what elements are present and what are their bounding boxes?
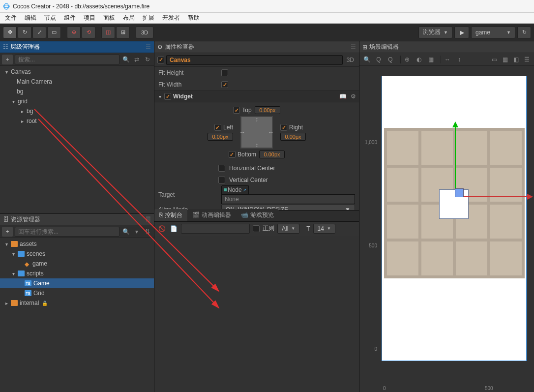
scene-btn-2[interactable]: ◐: [414, 55, 424, 64]
regex-checkbox[interactable]: [253, 225, 260, 232]
asset-internal[interactable]: ▸internal🔒: [0, 298, 154, 308]
left-checkbox[interactable]: [214, 124, 221, 131]
bottom-checkbox[interactable]: [229, 151, 236, 158]
scale-tool-button[interactable]: ⤢: [32, 27, 46, 38]
console-body: [154, 236, 359, 392]
tab-console[interactable]: ⎘控制台: [154, 209, 187, 221]
bottom-value[interactable]: 0.00px: [259, 151, 285, 158]
tree-node-bg[interactable]: bg: [0, 87, 154, 96]
node-name-input[interactable]: [166, 55, 343, 65]
search-icon[interactable]: 🔍: [121, 55, 130, 64]
scene-btn-5[interactable]: ↕: [454, 55, 465, 64]
help-icon[interactable]: 📖: [339, 93, 347, 100]
right-checkbox[interactable]: [280, 124, 287, 131]
console-level-dropdown[interactable]: All▼: [277, 224, 299, 234]
title-bar: Cocos Creator - 2048 - db://assets/scene…: [0, 0, 534, 13]
app-icon: [3, 3, 10, 10]
scene-viewport[interactable]: 1,000 500 0 0 500: [359, 66, 534, 392]
console-clear-button[interactable]: 🚫: [157, 224, 166, 233]
menu-file[interactable]: 文件: [2, 13, 20, 23]
target-value[interactable]: None: [221, 194, 355, 204]
ts-icon: TS: [25, 280, 31, 286]
rect-tool-button[interactable]: ▭: [47, 27, 61, 38]
local-button[interactable]: ⟲: [82, 27, 95, 38]
scene-btn-3[interactable]: ▦: [425, 55, 436, 64]
selected-node-box[interactable]: [439, 189, 469, 219]
scene-dropdown[interactable]: game▼: [471, 27, 515, 38]
assets-menu-icon[interactable]: ☰: [146, 216, 151, 223]
inspector-menu-icon[interactable]: ☰: [351, 44, 356, 51]
move-tool-button[interactable]: ✥: [3, 27, 17, 38]
tab-anim-editor[interactable]: 🎬动画编辑器: [187, 209, 236, 221]
canvas-preview[interactable]: [382, 76, 527, 361]
menu-layout[interactable]: 布局: [120, 13, 138, 23]
asset-assets[interactable]: ▾assets: [0, 239, 154, 249]
tree-node-canvas[interactable]: ▾Canvas: [0, 67, 154, 77]
left-value[interactable]: 0.00px: [208, 133, 233, 141]
asset-script-game[interactable]: TSGame: [0, 278, 154, 288]
menu-extension[interactable]: 扩展: [140, 13, 157, 23]
console-doc-button[interactable]: 📄: [169, 224, 178, 233]
top-checkbox[interactable]: [233, 107, 240, 114]
tree-node-grid-bg[interactable]: ▸bg: [0, 106, 154, 116]
rotate-tool-button[interactable]: ↻: [18, 27, 31, 38]
widget-enabled-checkbox[interactable]: [164, 93, 171, 100]
gear-icon: ⚙: [157, 44, 163, 51]
tree-node-camera[interactable]: Main Camera: [0, 77, 154, 87]
gizmo-y-axis[interactable]: [455, 123, 456, 197]
hc-checkbox[interactable]: [218, 165, 225, 172]
collapse-icon[interactable]: ⇄: [132, 55, 141, 64]
browser-dropdown[interactable]: 浏览器▼: [418, 27, 452, 38]
scene-btn-r2[interactable]: ▦: [500, 55, 510, 64]
tree-node-grid[interactable]: ▾grid: [0, 96, 154, 106]
hierarchy-search-input[interactable]: [15, 55, 119, 64]
scene-btn-r3[interactable]: ◧: [510, 55, 521, 64]
scene-btn-4[interactable]: ↔: [442, 55, 453, 64]
align-button-1[interactable]: ◫: [101, 27, 115, 38]
asset-game-scene[interactable]: ◆game: [0, 259, 154, 269]
right-value[interactable]: 0.00px: [280, 133, 306, 141]
asset-script-grid[interactable]: TSGrid: [0, 288, 154, 298]
menu-panel[interactable]: 面板: [100, 13, 118, 23]
assets-search-input[interactable]: [15, 227, 119, 237]
tree-node-grid-root[interactable]: ▸root: [0, 116, 154, 126]
zoom-out-button[interactable]: Q: [373, 55, 384, 64]
widget-header[interactable]: ▾ Widget 📖⚙: [154, 90, 359, 102]
gizmo-x-axis[interactable]: [455, 196, 531, 197]
align-button-2[interactable]: ⊞: [116, 27, 130, 38]
scene-btn-r1[interactable]: ▭: [489, 55, 500, 64]
asset-scripts[interactable]: ▾scripts: [0, 269, 154, 278]
menu-edit[interactable]: 编辑: [22, 13, 39, 23]
scene-btn-r4[interactable]: ☰: [521, 55, 532, 64]
menu-project[interactable]: 项目: [81, 13, 98, 23]
zoom-in-button[interactable]: 🔍: [361, 55, 372, 64]
mode-3d-button[interactable]: 3D: [136, 27, 153, 38]
gear-icon[interactable]: ⚙: [351, 93, 356, 100]
pivot-button[interactable]: ⊕: [67, 27, 81, 38]
assets-filter-icon[interactable]: ▾: [132, 227, 141, 236]
refresh-button[interactable]: ↻: [517, 27, 531, 38]
tab-game-preview[interactable]: 📹游戏预览: [236, 209, 279, 221]
assets-sort-icon[interactable]: ⇅: [143, 227, 152, 236]
menu-developer[interactable]: 开发者: [159, 13, 183, 23]
refresh-icon[interactable]: ↻: [143, 55, 152, 64]
assets-search-icon[interactable]: 🔍: [121, 227, 130, 236]
hierarchy-add-button[interactable]: +: [2, 55, 13, 64]
asset-scenes[interactable]: ▾scenes: [0, 249, 154, 259]
assets-add-button[interactable]: +: [2, 227, 13, 237]
hierarchy-menu-icon[interactable]: ☰: [146, 44, 151, 51]
top-value[interactable]: 0.00px: [255, 106, 280, 114]
menu-help[interactable]: 帮助: [185, 13, 203, 23]
fit-width-checkbox[interactable]: [221, 81, 228, 88]
gizmo-center[interactable]: [455, 188, 464, 197]
console-filter-input[interactable]: [181, 224, 250, 234]
console-font-dropdown[interactable]: 14▼: [313, 224, 335, 234]
play-button[interactable]: ▶: [454, 27, 469, 38]
menu-component[interactable]: 组件: [61, 13, 79, 23]
fit-height-checkbox[interactable]: [221, 69, 228, 76]
zoom-fit-button[interactable]: Q: [385, 55, 396, 64]
vc-checkbox[interactable]: [218, 177, 225, 183]
menu-node[interactable]: 节点: [41, 13, 59, 23]
scene-btn-1[interactable]: ⊕: [402, 55, 413, 64]
node-enabled-checkbox[interactable]: [157, 57, 164, 63]
